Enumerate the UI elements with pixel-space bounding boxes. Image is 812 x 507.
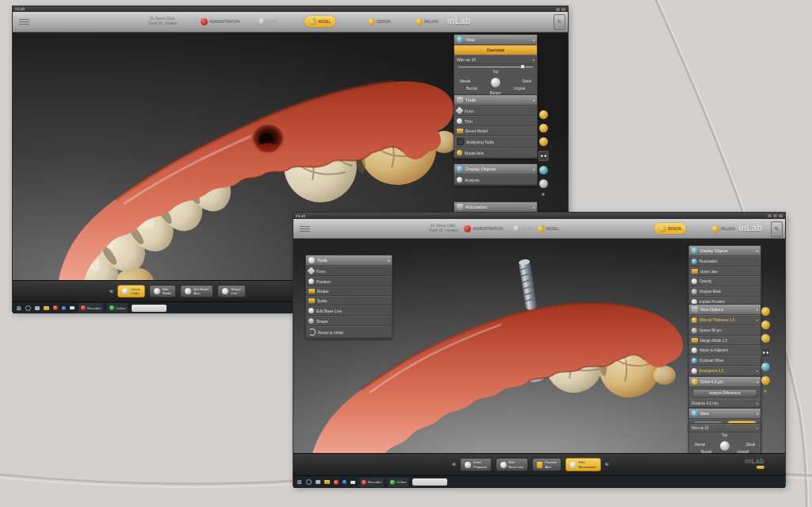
zoom-slider[interactable] (458, 67, 533, 67)
collapse-icon[interactable]: ◂ (532, 98, 534, 102)
tab-scan[interactable]: SCAN (513, 223, 532, 234)
tool-form[interactable]: Form (454, 106, 537, 116)
material-gold-icon-1[interactable] (539, 110, 548, 119)
step-position-axis[interactable]: PositionAxis (532, 458, 561, 471)
search-icon[interactable] (25, 305, 31, 311)
object-upper-jaw[interactable]: Upper Jaw (689, 267, 760, 276)
tab-milling[interactable]: MILLING (416, 16, 439, 27)
menu-item-rotate[interactable]: Rotate (306, 286, 392, 296)
edit-pen-button[interactable]: ✎ (771, 221, 783, 237)
view-distal-button[interactable]: Distal (746, 443, 755, 447)
steps-back-icon[interactable]: « (109, 288, 113, 295)
tool-reset[interactable]: Reset Model (454, 126, 537, 136)
tab-scan[interactable]: SCAN (259, 16, 278, 27)
taskbar-search-box[interactable] (132, 305, 167, 312)
implant-hole[interactable] (251, 122, 285, 154)
param-occlusal[interactable]: Occlusal Offset (689, 355, 760, 366)
tools-menu-header[interactable]: Tools ◂ (306, 255, 392, 266)
start-button[interactable]: ⊞ (297, 479, 302, 485)
menu-item-position[interactable]: Position (306, 276, 392, 286)
material-gold-icon-3[interactable] (761, 334, 770, 343)
view-panel-header[interactable]: View ◂ (454, 35, 537, 45)
restoration-preset-row[interactable]: Wax-up 16 ▾ (454, 55, 537, 64)
running-app-1[interactable]: Recorder (79, 303, 103, 313)
scan-data-icon[interactable] (761, 363, 770, 371)
collapse-icon[interactable]: ◂ (756, 248, 758, 253)
tooth-view-ball-icon[interactable] (491, 78, 500, 87)
collapse-icon[interactable]: ◂ (756, 307, 758, 312)
running-app-2[interactable]: Online (388, 478, 408, 487)
menu-item-shape[interactable]: Shape (306, 316, 392, 326)
menu-item-reset[interactable]: Reset to Initial (306, 326, 392, 338)
explorer-icon[interactable] (44, 306, 49, 310)
more-dot-icon[interactable] (542, 193, 545, 196)
param-min-thickness[interactable]: Minimal Thickness 1.5▾ (689, 315, 760, 325)
menu-icon[interactable] (19, 17, 29, 26)
tool-model-axis[interactable]: Model Axis (454, 148, 537, 158)
taskbar-search-box[interactable] (412, 478, 447, 486)
step-initial-proposal[interactable]: InitialProposal (460, 458, 492, 471)
grind-header[interactable]: Grind 4.0 µm ◂ (689, 377, 760, 387)
view-top-button[interactable]: Top (492, 70, 498, 74)
collapse-icon[interactable]: ◂ (532, 167, 534, 171)
red-app-icon[interactable] (53, 305, 58, 310)
tab-design[interactable]: DESIGN (368, 16, 390, 27)
tab-administration[interactable]: ADMINISTRATION (201, 16, 239, 27)
titlebar[interactable]: inLab (13, 6, 568, 12)
minimize-icon[interactable] (768, 214, 772, 217)
3d-viewport[interactable]: Tools ◂ Form Position Rotate Scale Edit … (293, 239, 785, 453)
param-emergence[interactable]: Emergence 1.5▾ (689, 366, 760, 376)
step-edit-baseline[interactable]: EditBase Line (496, 458, 529, 471)
view-lingual-button[interactable]: Lingual (513, 86, 525, 90)
view-mode-header[interactable]: View ◂ (689, 409, 760, 419)
distance-row[interactable]: Distance 4.0 mm▾ (689, 399, 760, 408)
minimize-icon[interactable] (556, 8, 560, 11)
step-edit-restoration[interactable]: EditRestoration (565, 458, 600, 471)
close-icon[interactable] (779, 214, 783, 217)
articulation-header[interactable]: Articulation ◂ (454, 202, 537, 213)
analyze-differences-button[interactable]: Analyze Differences (692, 389, 757, 398)
view-buccal-button[interactable]: Buccal (466, 86, 477, 90)
running-app-1[interactable]: Recorder (359, 478, 384, 487)
mail-icon[interactable] (350, 481, 355, 484)
view-mesial-button[interactable]: Mesial (695, 443, 705, 447)
running-app-2[interactable]: Online (107, 303, 128, 313)
param-margin[interactable]: Margin Width 1.5 (689, 336, 760, 345)
param-spacer[interactable]: Spacer 80 µm (689, 325, 760, 336)
restoration-preset-row[interactable]: Wax-up 16 ▾ (689, 424, 760, 432)
mail-icon[interactable] (70, 306, 75, 309)
scan-data-icon[interactable] (539, 166, 548, 175)
task-view-icon[interactable] (35, 306, 40, 310)
object-restoration[interactable]: Restoration (689, 256, 760, 267)
object-gingiva[interactable]: Gingiva Mask (689, 286, 760, 297)
blue-app-icon[interactable] (62, 306, 66, 310)
contacts-icon[interactable] (760, 348, 771, 358)
tooth-view-ball-icon[interactable] (720, 441, 730, 451)
view-options-header[interactable]: View Options ◂ (689, 305, 760, 315)
tab-model-active[interactable]: ✓ MODEL (304, 16, 335, 27)
tab-milling[interactable]: MILLING (712, 223, 735, 234)
contacts-icon[interactable] (538, 151, 549, 161)
menu-item-baseline[interactable]: Edit Base Line (306, 305, 392, 316)
view-mesial-button[interactable]: Mesial (460, 79, 470, 83)
view-top-button[interactable]: Top (722, 433, 727, 437)
model-tooth-icon[interactable] (539, 179, 548, 188)
display-objects-header[interactable]: Display Objects ◂ (689, 246, 760, 256)
object-opacity[interactable]: Opacity (689, 276, 760, 286)
crescent-tool-icon[interactable] (761, 376, 770, 385)
material-gold-icon-1[interactable] (761, 307, 770, 316)
menu-item-form[interactable]: Form (306, 266, 392, 276)
object-analysis[interactable]: Analysis (454, 175, 537, 185)
slider-knob[interactable] (521, 65, 524, 68)
material-gold-icon-2[interactable] (539, 124, 548, 133)
tab-administration[interactable]: ADMINISTRATION (464, 223, 503, 234)
search-icon[interactable] (306, 479, 312, 485)
more-dot-icon[interactable] (764, 390, 767, 393)
edit-pen-button[interactable]: ✎ (553, 14, 565, 30)
tools-panel-header[interactable]: Tools ◂ (454, 95, 537, 106)
task-view-icon[interactable] (316, 480, 320, 484)
step-model-axis[interactable]: Set ModelAxis (180, 285, 213, 298)
step-check-order[interactable]: CheckOrder (117, 285, 145, 298)
steps-back-icon[interactable]: « (452, 461, 456, 468)
maximize-icon[interactable] (773, 214, 777, 217)
